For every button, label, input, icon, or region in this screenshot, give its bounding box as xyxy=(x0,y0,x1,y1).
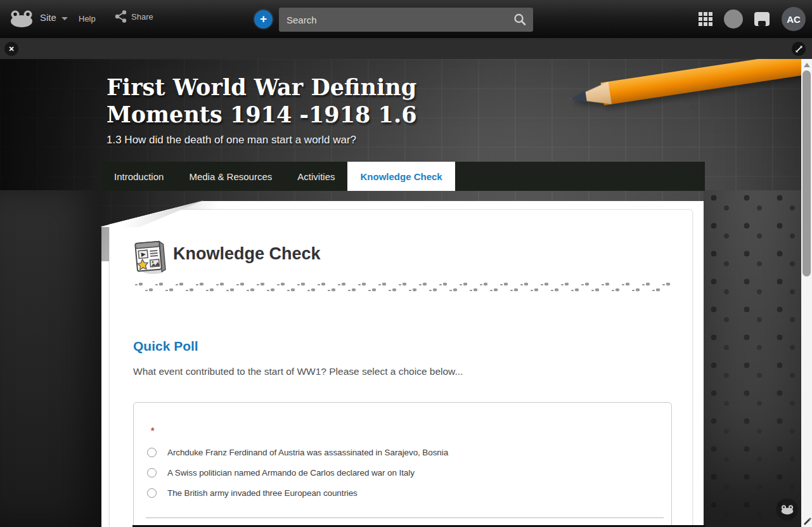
tab-introduction[interactable]: Introduction xyxy=(101,162,176,191)
frog-logo-icon[interactable] xyxy=(9,10,34,28)
site-menu[interactable]: Site xyxy=(40,12,68,23)
page-title: Knowledge Check xyxy=(173,244,321,264)
quick-poll-heading: Quick Poll xyxy=(133,339,198,354)
floating-help-button[interactable] xyxy=(776,498,798,521)
poll-option-label: A Swiss politician named Armando de Carl… xyxy=(167,468,415,478)
close-icon[interactable]: ✕ xyxy=(4,42,18,56)
top-navigation-bar: Site Help Share + AC xyxy=(0,0,812,38)
app-window: First World War Defining Moments 1914 -1… xyxy=(0,0,812,527)
page-card-icon xyxy=(132,238,168,275)
background-photo-left xyxy=(0,190,101,527)
poll-question-text: What event contributed to the start of W… xyxy=(133,366,463,377)
poll-option-label: The British army invaded three European … xyxy=(167,488,358,498)
footprints-divider xyxy=(134,280,673,295)
radio-option-2[interactable] xyxy=(147,468,157,478)
pencil-lead-tip xyxy=(568,85,588,110)
search-input[interactable] xyxy=(279,15,513,25)
chevron-down-icon xyxy=(61,17,68,20)
scrollbar-thumb[interactable] xyxy=(802,70,811,277)
secondary-bar: ✕ xyxy=(0,38,812,59)
radio-option-3[interactable] xyxy=(147,488,157,498)
frog-icon xyxy=(780,505,794,515)
lesson-tabbar: Introduction Media & Resources Activitie… xyxy=(100,162,705,191)
search-bar xyxy=(279,8,533,32)
notifications-tray-icon[interactable] xyxy=(754,11,770,27)
expand-icon[interactable] xyxy=(792,42,806,56)
tab-media-resources[interactable]: Media & Resources xyxy=(176,162,285,191)
course-title: First World War Defining Moments 1914 -1… xyxy=(106,74,417,128)
share-button[interactable]: Share xyxy=(115,10,153,23)
content-card: Knowledge Check Quick Poll What event co… xyxy=(101,201,704,527)
background-photo-right xyxy=(704,190,801,527)
scroll-up-arrow-icon[interactable] xyxy=(804,63,810,67)
content-panel: Knowledge Check Quick Poll What event co… xyxy=(109,209,693,527)
add-content-button[interactable]: + xyxy=(254,10,273,29)
poll-option-row: A Swiss politician named Armando de Carl… xyxy=(134,464,671,481)
poll-form: * Archduke Franz Ferdinand of Austria wa… xyxy=(133,402,672,527)
poll-option-label: Archduke Franz Ferdinand of Austria was … xyxy=(167,448,448,457)
course-title-line2: Moments 1914 -1918 1.6 xyxy=(106,101,417,128)
avatar-placeholder[interactable] xyxy=(724,10,743,29)
poll-option-row: Archduke Franz Ferdinand of Austria was … xyxy=(134,444,671,460)
course-title-line1: First World War Defining xyxy=(106,74,417,101)
user-avatar[interactable]: AC xyxy=(782,7,806,31)
help-link[interactable]: Help xyxy=(79,14,96,23)
share-label: Share xyxy=(131,12,153,22)
poll-option-row: The British army invaded three European … xyxy=(134,485,671,501)
radio-option-1[interactable] xyxy=(147,448,157,457)
magnifier-icon[interactable] xyxy=(513,13,527,27)
share-icon xyxy=(115,10,127,23)
tab-knowledge-check[interactable]: Knowledge Check xyxy=(347,162,454,191)
page-scrollbar[interactable] xyxy=(801,59,812,527)
lesson-subtitle: 1.3 How did the death of one man start a… xyxy=(106,134,356,146)
required-asterisk: * xyxy=(151,426,154,436)
resize-handle-icon[interactable] xyxy=(802,516,811,525)
poll-divider-line xyxy=(146,517,664,518)
site-menu-label: Site xyxy=(40,12,56,23)
tab-activities[interactable]: Activities xyxy=(285,162,347,191)
apps-grid-icon[interactable] xyxy=(699,12,714,27)
